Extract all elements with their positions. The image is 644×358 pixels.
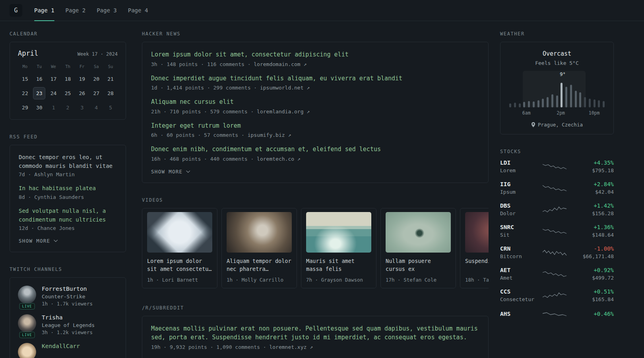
hackernews-item: Donec imperdiet augue tincidunt felis al… (151, 74, 479, 91)
hackernews-item-info: 6h · 60 points · 57 comments · (151, 132, 244, 138)
hackernews-item: Integer eget rutrum lorem 6h · 60 points… (151, 121, 479, 138)
stock-name: Consectetur (500, 296, 537, 302)
stock-change: +1.36% (572, 224, 614, 230)
twitch-channel[interactable]: LIVE ForrestBurton Counter-Strike 1h · 1… (18, 286, 118, 307)
video-card[interactable]: Mauris sit amet massa felis 7h · Grayson… (301, 208, 376, 288)
hackernews-item: Donec enim nibh, condimentum et accumsan… (151, 145, 479, 162)
weather-card: Overcast Feels like 5°C 9° 6am 2pm 10pm (500, 42, 614, 134)
stock-row[interactable]: AHS +0.46% (500, 310, 614, 319)
avatar (18, 314, 36, 333)
hackernews-item-title[interactable]: Donec imperdiet augue tincidunt felis al… (151, 74, 479, 83)
stock-change: +0.46% (572, 311, 614, 317)
channel-name: Trisha (42, 314, 95, 321)
stock-row[interactable]: IIG Ipsum +2.84% $42.04 (500, 181, 614, 195)
weather-hour-bar (603, 101, 605, 107)
hackernews-item-domain[interactable]: ipsumworld.net ↗ (260, 85, 310, 91)
calendar-day: 16 (33, 73, 45, 85)
hackernews-item-title[interactable]: Lorem ipsum dolor sit amet, consectetur … (151, 50, 479, 59)
rss-show-more-button[interactable]: SHOW MORE (19, 238, 57, 244)
stock-values: +4.35% $795.18 (572, 160, 614, 173)
video-thumbnail (465, 212, 489, 253)
calendar-card: April Week 17 · 2024 MoTuWeThFrSaSu15161… (10, 42, 126, 120)
hackernews-item-title[interactable]: Donec enim nibh, condimentum et accumsan… (151, 145, 479, 154)
hackernews-item-title[interactable]: Integer eget rutrum lorem (151, 121, 479, 130)
stock-sparkline (542, 269, 567, 279)
video-meta: 1h · Molly Carrillo (227, 277, 292, 283)
video-card[interactable]: Aliquam tempor dolor nec pharetra… 1h · … (221, 208, 297, 288)
subreddit-post-meta: 19h · 9,932 points · 1,090 comments · lo… (151, 344, 479, 350)
stock-change: +4.35% (572, 160, 614, 166)
video-meta: 1h · Lori Barnett (147, 277, 212, 283)
stock-change: +0.92% (572, 267, 614, 273)
video-card[interactable]: Suspendisse diam 18h · Tara (460, 208, 489, 288)
weather-hour-bar (519, 103, 521, 107)
hackernews-item-domain[interactable]: ipsumify.biz ↗ (248, 132, 291, 138)
weather-location-label: Prague, Czechia (538, 122, 583, 128)
calendar-day: 24 (47, 87, 60, 99)
live-badge: LIVE (19, 303, 35, 309)
top-nav: G Page 1 Page 2 Page 3 Page 4 (0, 0, 644, 21)
hackernews-item-info: 16h · 468 points · 440 comments · (151, 156, 254, 162)
chevron-down-icon (186, 169, 190, 173)
videos-row: Lorem ipsum dolor sit amet consectetu… 1… (142, 208, 489, 288)
channel-info: KendallCarr (42, 343, 80, 358)
hackernews-item-title[interactable]: Aliquam nec cursus elit (151, 97, 479, 107)
stock-row[interactable]: CRN Bitcorn -1.00% $66,171.48 (500, 245, 614, 259)
weather-time-label: 6am (522, 110, 531, 116)
weather-hour-bar (533, 101, 535, 107)
stock-row[interactable]: LDI Lorem +4.35% $795.18 (500, 160, 614, 173)
stock-row[interactable]: AET Amet +0.92% $499.72 (500, 267, 614, 281)
tab-page-1[interactable]: Page 1 (34, 0, 54, 21)
twitch-channel[interactable]: KendallCarr (18, 343, 118, 358)
page-tabs: Page 1 Page 2 Page 3 Page 4 (34, 0, 148, 21)
stock-id: AHS (500, 311, 537, 319)
video-meta: 7h · Grayson Dawson (306, 277, 371, 283)
calendar-day: 2 (62, 101, 74, 114)
weather-location: Prague, Czechia (507, 122, 607, 128)
stock-row[interactable]: SNRC Sit +1.36% $148.64 (500, 224, 614, 238)
calendar-day: 1 (47, 101, 60, 114)
calendar-day: 5 (105, 101, 117, 114)
stock-change: +2.84% (572, 181, 614, 187)
rss-item-title[interactable]: Sed volutpat nulla nisl, a condimentum n… (19, 207, 117, 224)
stocks-list: LDI Lorem +4.35% $795.18 IIG Ipsum (500, 160, 614, 319)
weather-hour-bar (575, 91, 577, 107)
tab-page-4[interactable]: Page 4 (128, 0, 148, 21)
videos-widget: VIDEOS Lorem ipsum dolor sit amet consec… (142, 197, 489, 288)
stock-price: $499.72 (572, 275, 614, 281)
tab-page-2[interactable]: Page 2 (66, 0, 86, 21)
rss-item: In hac habitasse platea 8d · Cynthia Sau… (19, 184, 117, 200)
twitch-channel[interactable]: LIVE Trisha League of Legends 3h · 1.2k … (18, 314, 118, 335)
subreddit-post-domain[interactable]: loremnet.xyz ↗ (269, 344, 313, 350)
stock-symbol: AHS (500, 311, 537, 317)
hackernews-item-domain[interactable]: loremlandia.org ↗ (257, 109, 310, 115)
stock-row[interactable]: CCS Consectetur +0.51% $165.84 (500, 288, 614, 302)
section-title-rss: RSS FEED (10, 134, 126, 140)
tab-page-3[interactable]: Page 3 (97, 0, 117, 21)
rss-item-title[interactable]: Donec tempor eros leo, ut commodo mauris… (19, 153, 117, 170)
stock-id: CCS Consectetur (500, 288, 537, 302)
subreddit-post-info: 19h · 9,932 points · 1,090 comments · (151, 344, 266, 350)
chevron-down-icon (54, 238, 58, 242)
video-card[interactable]: Nullam posuere cursus ex 17h · Stefan Co… (380, 208, 456, 288)
subreddit-post-title[interactable]: Maecenas mollis pulvinar erat non posuer… (151, 324, 479, 342)
weather-hour-bar (579, 92, 581, 107)
stock-sparkline (542, 183, 567, 193)
stock-row[interactable]: DBS Dolor +1.42% $156.28 (500, 202, 614, 216)
hackernews-item-domain[interactable]: loremdomain.com ↗ (254, 61, 306, 67)
weather-hour-bar (547, 97, 549, 107)
hackernews-show-more-button[interactable]: SHOW MORE (151, 169, 189, 175)
video-card[interactable]: Lorem ipsum dolor sit amet consectetu… 1… (142, 208, 217, 288)
video-thumbnail (147, 212, 212, 253)
hackernews-item: Lorem ipsum dolor sit amet, consectetur … (151, 50, 479, 67)
hackernews-item-info: 1d · 1,414 points · 299 comments · (151, 85, 257, 91)
hackernews-item-domain[interactable]: loremtech.co ↗ (257, 156, 301, 162)
app-logo: G (10, 4, 22, 17)
stock-change: +1.42% (572, 202, 614, 209)
weather-bars (509, 80, 605, 107)
calendar-grid: MoTuWeThFrSaSu15161718192021222324252627… (18, 62, 118, 114)
stock-id: CRN Bitcorn (500, 245, 537, 259)
video-title: Nullam posuere cursus ex (386, 257, 451, 274)
stock-name: Dolor (500, 210, 537, 216)
rss-item-title[interactable]: In hac habitasse platea (19, 184, 117, 193)
